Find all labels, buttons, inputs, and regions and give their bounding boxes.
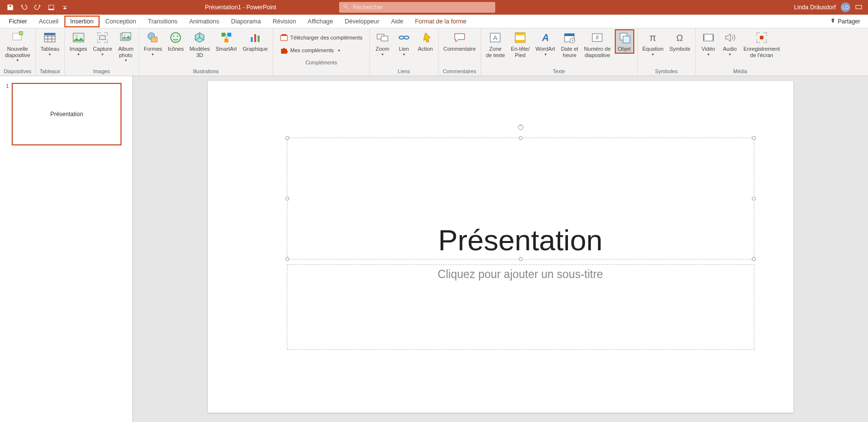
group-addins: Télécharger des compléments Mes compléme… xyxy=(273,28,370,76)
resize-handle[interactable] xyxy=(285,257,289,261)
images-button[interactable]: Images▾ xyxy=(68,29,89,58)
table-icon xyxy=(43,31,57,44)
icons-icon xyxy=(169,31,182,44)
search-input[interactable] xyxy=(353,4,491,11)
svg-rect-6 xyxy=(44,33,55,35)
tab-design[interactable]: Conception xyxy=(100,16,142,27)
audio-icon xyxy=(723,31,737,44)
symbol-button[interactable]: ΩSymbole xyxy=(667,29,692,54)
shapes-icon xyxy=(146,31,160,44)
slide-canvas-area: Présentation Cliquez pour ajouter un sou… xyxy=(133,76,868,422)
tab-review[interactable]: Révision xyxy=(267,16,302,27)
tab-developer[interactable]: Développeur xyxy=(339,16,385,27)
redo-icon[interactable] xyxy=(33,3,42,12)
icons-button[interactable]: Icônes xyxy=(166,29,185,54)
resize-handle[interactable] xyxy=(752,257,756,261)
title-text[interactable]: Présentation xyxy=(438,223,603,257)
action-button[interactable]: Action xyxy=(416,29,435,54)
ribbon-tabs: Fichier Accueil Insertion Conception Tra… xyxy=(0,15,868,28)
link-button[interactable]: Lien▾ xyxy=(394,29,414,58)
tab-help[interactable]: Aide xyxy=(385,16,409,27)
tab-file[interactable]: Fichier xyxy=(3,16,33,27)
group-tables: Tableau▾ Tableaux xyxy=(36,28,65,76)
subtitle-placeholder[interactable]: Cliquez pour ajouter un sous-titre xyxy=(438,268,603,349)
start-from-beginning-icon[interactable] xyxy=(47,3,56,12)
title-textbox[interactable]: Présentation xyxy=(287,138,754,260)
table-button[interactable]: Tableau▾ xyxy=(39,29,61,58)
my-addins-button[interactable]: Mes compléments▾ xyxy=(277,45,365,56)
tab-slideshow[interactable]: Diaporama xyxy=(225,16,267,27)
workspace: 1 Présentation Présentation Cliquez pour… xyxy=(0,76,868,422)
search-icon xyxy=(343,4,349,11)
capture-button[interactable]: Capture▾ xyxy=(91,29,114,58)
svg-rect-0 xyxy=(49,5,54,9)
svg-point-27 xyxy=(404,36,409,39)
svg-point-15 xyxy=(173,36,175,37)
subtitle-textbox[interactable]: Cliquez pour ajouter un sous-titre xyxy=(287,264,754,350)
shapes-button[interactable]: Formes▾ xyxy=(142,29,164,58)
slide-number-button[interactable]: #Numéro de diapositive xyxy=(582,29,612,60)
save-icon[interactable] xyxy=(6,3,15,12)
resize-handle[interactable] xyxy=(285,136,289,140)
avatar[interactable]: LD xyxy=(841,2,850,12)
resize-handle[interactable] xyxy=(752,136,756,140)
svg-point-26 xyxy=(399,36,404,39)
ribbon-display-options-icon[interactable] xyxy=(855,3,862,12)
smartart-button[interactable]: SmartArt xyxy=(214,29,239,54)
rotate-handle-icon[interactable] xyxy=(517,123,525,133)
svg-rect-19 xyxy=(224,39,228,42)
video-button[interactable]: Vidéo▾ xyxy=(699,29,718,58)
capture-icon xyxy=(96,31,109,44)
new-slide-icon xyxy=(11,31,24,44)
chart-button[interactable]: Graphique xyxy=(241,29,269,54)
resize-handle[interactable] xyxy=(752,197,756,201)
screen-recording-icon xyxy=(755,31,768,44)
slide-thumbnail-1[interactable]: Présentation xyxy=(12,83,121,145)
tab-animations[interactable]: Animations xyxy=(183,16,225,27)
tab-view[interactable]: Affichage xyxy=(302,16,339,27)
svg-rect-17 xyxy=(222,33,225,37)
screen-recording-button[interactable]: Enregistrement de l'écran xyxy=(742,29,782,60)
svg-rect-18 xyxy=(227,33,231,37)
svg-point-44 xyxy=(760,36,764,40)
zoom-button[interactable]: Zoom▾ xyxy=(373,29,392,58)
store-icon xyxy=(280,34,288,41)
svg-rect-2 xyxy=(856,5,862,9)
group-media: Vidéo▾ Audio▾ Enregistrement de l'écran … xyxy=(696,28,785,76)
svg-point-1 xyxy=(344,4,347,7)
audio-button[interactable]: Audio▾ xyxy=(720,29,740,58)
resize-handle[interactable] xyxy=(519,136,523,140)
album-button[interactable]: Album photo▾ xyxy=(116,29,136,64)
header-footer-button[interactable]: En-tête/ Pied xyxy=(509,29,532,60)
comment-button[interactable]: Commentaire xyxy=(442,29,478,54)
resize-handle[interactable] xyxy=(285,197,289,201)
new-slide-button[interactable]: Nouvelle diapositive▾ xyxy=(3,29,32,64)
cube-icon xyxy=(193,31,206,44)
wordart-button[interactable]: AWordArt▾ xyxy=(533,29,557,58)
tab-shape-format[interactable]: Format de la forme xyxy=(409,16,472,27)
group-text: AZone de texte En-tête/ Pied AWordArt▾ D… xyxy=(481,28,638,76)
quick-access-toolbar xyxy=(0,3,75,12)
chart-icon xyxy=(248,31,262,44)
share-button[interactable]: Partager xyxy=(825,16,865,27)
group-comments: Commentaire Commentaires xyxy=(439,28,481,76)
qat-more-icon[interactable] xyxy=(61,3,69,12)
window-title: Présentation1 - PowerPoint xyxy=(205,4,276,11)
user-area: Linda Dräusdorf LD xyxy=(794,2,868,12)
search-box[interactable] xyxy=(339,2,495,13)
textbox-button[interactable]: AZone de texte xyxy=(484,29,507,60)
date-time-button[interactable]: Date et heure xyxy=(559,29,580,60)
resize-handle[interactable] xyxy=(519,257,523,261)
zoom-icon xyxy=(376,31,389,44)
tab-home[interactable]: Accueil xyxy=(33,16,64,27)
header-footer-icon xyxy=(513,31,527,44)
tab-transitions[interactable]: Transitions xyxy=(142,16,183,27)
tab-insert[interactable]: Insertion xyxy=(64,16,100,27)
slide[interactable]: Présentation Cliquez pour ajouter un sou… xyxy=(208,81,793,413)
equation-button[interactable]: πÉquation▾ xyxy=(641,29,666,58)
models3d-button[interactable]: Modèles 3D xyxy=(187,29,212,60)
object-button[interactable]: Objet xyxy=(615,29,634,54)
svg-point-14 xyxy=(171,33,181,42)
undo-icon[interactable] xyxy=(20,3,28,12)
get-addins-button[interactable]: Télécharger des compléments xyxy=(277,32,365,43)
